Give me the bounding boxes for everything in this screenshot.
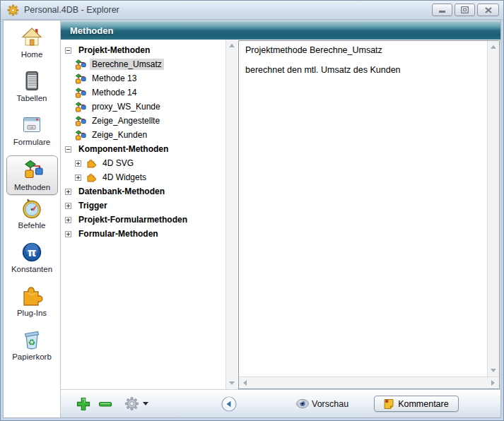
app-gear-icon [7, 4, 19, 16]
sidebar-label: Formulare [13, 138, 50, 146]
tree-item-zeige-angestellte[interactable]: Zeige_Angestellte [61, 114, 225, 128]
comment-preview-panel: Projektmethode Berechne_Umsatz berechnet… [238, 40, 500, 389]
methods-tree-panel: Projekt-Methoden Berechne_Umsatz [61, 40, 238, 389]
svg-text:π: π [28, 246, 37, 259]
trash-icon: ♻ [20, 328, 43, 351]
scroll-up-icon[interactable] [489, 42, 498, 52]
tree-group-formular-methoden[interactable]: Formular-Methoden [61, 227, 225, 241]
sidebar-label: Tabellen [17, 94, 47, 102]
sidebar-item-befehle[interactable]: Befehle [4, 195, 60, 239]
tree-item-4d-widgets[interactable]: 4D Widgets [61, 170, 225, 184]
expand-icon[interactable] [65, 217, 71, 223]
tree-item-berechne-umsatz[interactable]: Berechne_Umsatz [61, 57, 225, 71]
component-puzzle-icon [86, 158, 97, 168]
expand-icon[interactable] [65, 231, 71, 237]
tree-item-label: Methode 13 [90, 73, 139, 84]
gear-icon [124, 396, 139, 411]
close-button[interactable] [477, 4, 499, 16]
tree-group-trigger[interactable]: Trigger [61, 198, 225, 213]
method-icon [75, 102, 86, 112]
vorschau-toggle[interactable]: Vorschau [296, 399, 348, 409]
scroll-down-icon[interactable] [489, 366, 498, 375]
tree-item-zeige-kunden[interactable]: Zeige_Kunden [61, 128, 225, 142]
sidebar-item-home[interactable]: Home [4, 24, 60, 68]
preview-title-line: Projektmethode Berechne_Umsatz [245, 45, 481, 55]
window-title: Personal.4DB - Explorer [24, 5, 432, 15]
kommentare-button[interactable]: Kommentare [374, 396, 459, 412]
tree-group-komponent-methoden[interactable]: Komponent-Methoden [61, 142, 225, 156]
tree-group-projekt-formularmethoden[interactable]: Projekt-Formularmethoden [61, 213, 225, 227]
close-icon [485, 7, 492, 13]
tree-scrollbar[interactable] [225, 40, 238, 389]
options-button[interactable] [124, 396, 148, 411]
tables-icon [20, 70, 43, 93]
sidebar-label: Methoden [14, 183, 50, 191]
tree-item-label: 4D SVG [100, 158, 136, 169]
collapse-icon[interactable] [65, 47, 71, 54]
tree-item-4d-svg[interactable]: 4D SVG [61, 156, 225, 170]
page-title: Methoden [70, 25, 113, 36]
svg-text:♻: ♻ [28, 338, 36, 348]
maximize-button[interactable] [455, 4, 475, 16]
tree-group-datenbank-methoden[interactable]: Datenbank-Methoden [61, 184, 225, 198]
scroll-up-icon[interactable] [228, 41, 237, 50]
comment-text-area[interactable]: Projektmethode Berechne_Umsatz berechnet… [239, 41, 487, 376]
back-button[interactable] [221, 396, 237, 412]
sidebar-item-plugins[interactable]: Plug-Ins [4, 283, 60, 326]
bottom-toolbar: Vorschau Kommentare [61, 389, 500, 417]
expand-icon[interactable] [75, 174, 81, 181]
tree-group-projekt-methoden[interactable]: Projekt-Methoden [61, 43, 225, 57]
tree-item-label: Berechne_Umsatz [90, 59, 164, 70]
plugin-icon [20, 285, 43, 307]
tree-item-label: 4D Widgets [100, 172, 148, 183]
section-header: Methoden [61, 20, 500, 40]
add-button[interactable] [76, 397, 90, 411]
home-icon [20, 26, 43, 49]
expand-icon[interactable] [65, 203, 71, 209]
tree-group-label: Projekt-Formularmethoden [76, 214, 189, 225]
sidebar-item-tabellen[interactable]: Tabellen [4, 68, 60, 112]
method-icon [75, 59, 86, 70]
preview-vertical-scrollbar[interactable] [487, 41, 499, 376]
expand-icon[interactable] [65, 189, 71, 195]
chevron-down-icon [143, 402, 148, 405]
minimize-icon [439, 7, 445, 13]
preview-horizontal-scrollbar[interactable] [239, 376, 499, 389]
tree-item-label: Zeige_Angestellte [90, 115, 162, 126]
sidebar-label: Konstanten [11, 265, 52, 273]
sidebar-item-methoden[interactable]: Methoden [6, 155, 58, 195]
explorer-window: Personal.4DB - Explorer [0, 0, 504, 421]
preview-comment-line: berechnet den mtl. Umsatz des Kunden [245, 65, 481, 75]
vorschau-label: Vorschau [312, 399, 348, 409]
expand-icon[interactable] [75, 160, 81, 167]
tree-item-label: Zeige_Kunden [90, 129, 149, 141]
collapse-icon[interactable] [65, 146, 71, 153]
title-bar[interactable]: Personal.4DB - Explorer [1, 1, 503, 20]
sidebar-item-papierkorb[interactable]: ♻ Papierkorb [4, 326, 60, 370]
maximize-icon [461, 6, 469, 13]
remove-button[interactable] [98, 397, 112, 411]
tree-item-methode-14[interactable]: Methode 14 [61, 85, 225, 100]
minimize-button[interactable] [432, 4, 452, 16]
methods-icon [21, 159, 44, 182]
sidebar-label: Befehle [18, 221, 45, 230]
method-icon [75, 73, 86, 84]
scroll-down-icon[interactable] [228, 379, 237, 388]
tree-group-label: Projekt-Methoden [76, 45, 152, 56]
method-icon [75, 88, 86, 98]
component-puzzle-icon [86, 172, 97, 182]
sidebar-item-formulare[interactable]: OK Formulare [4, 112, 60, 155]
tree-item-label: proxy_WS_Kunde [90, 101, 163, 112]
sidebar-label: Plug-Ins [17, 309, 47, 317]
tree-group-label: Datenbank-Methoden [76, 186, 167, 197]
tree-item-methode-13[interactable]: Methode 13 [61, 71, 225, 85]
forms-icon: OK [20, 114, 43, 136]
tree-item-proxy-ws-kunde[interactable]: proxy_WS_Kunde [61, 100, 225, 114]
scroll-left-icon[interactable] [240, 379, 250, 388]
methods-tree: Projekt-Methoden Berechne_Umsatz [61, 40, 225, 389]
scroll-right-icon[interactable] [488, 379, 498, 388]
sidebar-item-konstanten[interactable]: π Konstanten [4, 239, 60, 283]
method-icon [75, 130, 86, 141]
eye-icon [296, 399, 309, 408]
tree-group-label: Trigger [76, 200, 110, 211]
